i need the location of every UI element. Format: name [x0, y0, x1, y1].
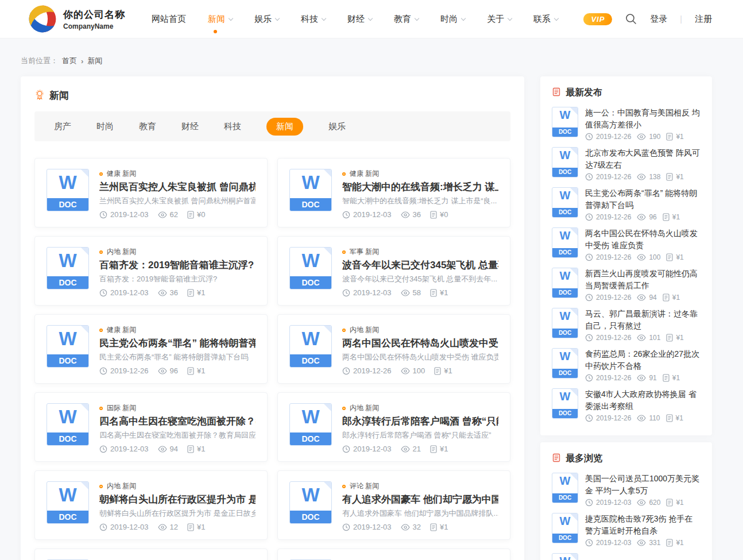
doc-letter: W	[552, 474, 578, 488]
news-card[interactable]: WDOC内地 新闻朝鲜将白头山所在行政区提升为市 是金...朝鲜将白头山所在行政…	[34, 470, 268, 540]
nav-item-6[interactable]: 时尚	[440, 14, 465, 25]
price: ¥1	[676, 499, 683, 507]
vip-badge[interactable]: VIP	[583, 13, 612, 25]
news-card[interactable]: WDOC军事 新闻	[277, 549, 510, 560]
category-tag[interactable]: 健康 新闻	[342, 169, 498, 179]
category-dot-icon	[342, 329, 346, 332]
nav-item-7[interactable]: 关于	[487, 14, 512, 25]
sidebar-news-item[interactable]: WDOC北京市发布大风蓝色预警 阵风可达7级左右2019-12-26138¥1	[552, 147, 701, 182]
news-title[interactable]: 民主党公布两条“罪名” 能将特朗普弹...	[99, 337, 256, 349]
doc-letter: W	[552, 229, 578, 242]
sheet-icon	[430, 211, 437, 219]
sidebar-news-title[interactable]: 施一公：中国教育与美国相反 均值很高方差很小	[585, 107, 701, 131]
news-card[interactable]: WDOC健康 新闻	[34, 549, 268, 560]
filter-tab-5[interactable]: 新闻	[266, 118, 303, 136]
news-title[interactable]: 兰州民百实控人朱宝良被抓 曾问鼎杭州...	[99, 181, 256, 193]
news-card[interactable]: WDOC军事 新闻波音今年以来已交付345架飞机 总量不...波音今年以来已交付…	[277, 236, 510, 306]
sidebar-news-item[interactable]: WDOC安徽4市人大政府政协将换届 省委派出考察组2019-12-26110¥1	[552, 388, 701, 423]
filter-tab-3[interactable]: 财经	[181, 121, 199, 132]
register-link[interactable]: 注册	[695, 14, 712, 25]
sidebar-news-title[interactable]: 民主党公布两条“罪名” 能将特朗普弹劾下台吗	[585, 187, 701, 211]
news-card[interactable]: WDOC健康 新闻民主党公布两条“罪名” 能将特朗普弹...民主党公布两条“罪名…	[34, 314, 268, 384]
filter-tab-2[interactable]: 教育	[139, 121, 156, 132]
news-card[interactable]: WDOC评论 新闻有人追求外国豪车 他们却宁愿为中国品...有人追求外国豪车 他…	[277, 470, 510, 540]
sidebar-news-title[interactable]: 新西兰火山再度喷发可能性仍高 当局暂缓善后工作	[585, 268, 701, 292]
sidebar-news-title[interactable]: 捷克医院枪击致7死3伤 抢手在警方逼近时开枪自杀	[585, 513, 701, 537]
news-title[interactable]: 郎永淳转行后常陪客户喝酒 曾称“只能...	[342, 415, 498, 427]
sidebar-news-item[interactable]: WDOC施一公：中国教育与美国相反 均值很高方差很小2019-12-26190¥…	[552, 107, 701, 142]
clock-icon	[585, 133, 593, 141]
sidebar-news-item[interactable]: WDOC两名中国公民在怀特岛火山喷发中受伤 谁应负责2019-12-26100¥…	[552, 227, 701, 262]
news-card[interactable]: WDOC健康 新闻兰州民百实控人朱宝良被抓 曾问鼎杭州...兰州民百实控人朱宝良…	[34, 158, 268, 227]
eye-icon	[637, 334, 646, 341]
filter-tab-0[interactable]: 房产	[54, 121, 71, 132]
filter-tab-1[interactable]: 时尚	[96, 121, 114, 132]
nav-item-1[interactable]: 新闻	[208, 14, 233, 25]
news-card[interactable]: WDOC内地 新闻郎永淳转行后常陪客户喝酒 曾称“只能...郎永淳转行后常陪客户…	[277, 392, 510, 462]
nav-item-0[interactable]: 网站首页	[152, 14, 186, 25]
category-tag[interactable]: 内地 新闻	[99, 247, 256, 257]
news-title[interactable]: 四名高中生因在寝室吃泡面被开除？教...	[99, 415, 256, 427]
search-icon[interactable]	[625, 13, 637, 25]
sidebar-news-item[interactable]: WDOC马云、郭广昌最新演讲：过冬靠自己，只有熬过2019-12-26101¥1	[552, 308, 701, 343]
nav-item-5[interactable]: 教育	[394, 14, 419, 25]
sidebar-news-title[interactable]: 食药监总局：26家企业的27批次中药饮片不合格	[585, 348, 701, 372]
breadcrumb-current: 新闻	[87, 56, 102, 66]
sidebar-news-item[interactable]: WDOC新西兰火山再度喷发可能性仍高 当局暂缓善后工作2019-12-2694¥…	[552, 268, 701, 303]
category-tag[interactable]: 内地 新闻	[99, 481, 256, 491]
price: ¥1	[440, 445, 448, 453]
doc-file-icon: WDOC	[289, 247, 332, 289]
news-title[interactable]: 百箱齐发：2019智能音箱谁主沉浮?	[99, 259, 256, 271]
nav-item-2[interactable]: 娱乐	[254, 14, 279, 25]
nav-item-3[interactable]: 科技	[301, 14, 326, 25]
news-title[interactable]: 朝鲜将白头山所在行政区提升为市 是金...	[99, 493, 256, 505]
news-title[interactable]: 智能大潮中的在线音频:增长乏力 谋上市...	[342, 181, 498, 193]
news-title[interactable]: 波音今年以来已交付345架飞机 总量不...	[342, 259, 498, 271]
nav-item-label: 关于	[487, 14, 504, 25]
category-tag[interactable]: 健康 新闻	[99, 325, 256, 335]
login-link[interactable]: 登录	[650, 14, 667, 25]
sidebar-news-title[interactable]: 美国一公司送员工1000万美元奖金 平均一人拿5万	[585, 473, 701, 497]
filter-tab-4[interactable]: 科技	[224, 121, 241, 132]
publish-date: 2019-12-03	[353, 523, 392, 531]
sidebar-news-title[interactable]: 两名中国公民在怀特岛火山喷发中受伤 谁应负责	[585, 227, 701, 252]
sidebar-section-0: 最新发布WDOC施一公：中国教育与美国相反 均值很高方差很小2019-12-26…	[540, 76, 712, 435]
category-tag[interactable]: 内地 新闻	[342, 325, 498, 335]
doc-file-icon: WDOC	[552, 348, 578, 379]
doc-file-icon: WDOC	[47, 325, 89, 368]
nav-item-4[interactable]: 财经	[347, 14, 372, 25]
category-tag[interactable]: 评论 新闻	[342, 481, 498, 491]
clock-icon	[585, 293, 593, 302]
publish-date: 2019-12-26	[596, 334, 631, 342]
news-title[interactable]: 有人追求外国豪车 他们却宁愿为中国品...	[342, 493, 498, 505]
sidebar-news-title[interactable]: 安徽4市人大政府政协将换届 省委派出考察组	[585, 388, 701, 412]
sidebar-news-item[interactable]: WDOC食药监总局：26家企业的27批次中药饮片不合格2019-12-2691¥…	[552, 348, 701, 383]
news-card[interactable]: WDOC健康 新闻智能大潮中的在线音频:增长乏力 谋上市...智能大潮中的在线音…	[277, 158, 510, 227]
sheet-icon	[430, 289, 437, 297]
sidebar-news-title[interactable]: 马云、郭广昌最新演讲：过冬靠自己，只有熬过	[585, 308, 701, 332]
eye-icon	[637, 374, 646, 381]
news-title[interactable]: 两名中国公民在怀特岛火山喷发中受伤 ...	[342, 337, 498, 349]
doc-type-label: DOC	[552, 208, 578, 217]
sidebar-news-title[interactable]: 北京市发布大风蓝色预警 阵风可达7级左右	[585, 147, 701, 171]
sidebar-news-item[interactable]: WDOC	[552, 553, 701, 560]
sidebar-news-item[interactable]: WDOC捷克医院枪击致7死3伤 抢手在警方逼近时开枪自杀2019-12-0333…	[552, 513, 701, 548]
sidebar-news-item[interactable]: WDOC美国一公司送员工1000万美元奖金 平均一人拿5万2019-12-036…	[552, 473, 701, 508]
breadcrumb-home[interactable]: 首页	[62, 56, 77, 66]
publish-date: 2019-12-26	[596, 253, 631, 261]
news-card[interactable]: WDOC国际 新闻四名高中生因在寝室吃泡面被开除？教...四名高中生因在寝室吃泡…	[34, 392, 268, 462]
filter-tab-6[interactable]: 娱乐	[328, 121, 346, 132]
sidebar-news-item[interactable]: WDOC民主党公布两条“罪名” 能将特朗普弹劾下台吗2019-12-2696¥1	[552, 187, 701, 222]
category-tag[interactable]: 健康 新闻	[99, 169, 256, 179]
doc-file-icon: WDOC	[47, 403, 89, 446]
category-tag[interactable]: 军事 新闻	[342, 247, 498, 257]
doc-file-icon: WDOC	[289, 481, 332, 524]
doc-letter: W	[290, 484, 331, 506]
view-count: 21	[413, 445, 421, 453]
category-tag[interactable]: 国际 新闻	[99, 403, 256, 413]
nav-item-8[interactable]: 联系	[533, 14, 558, 25]
news-card[interactable]: WDOC内地 新闻两名中国公民在怀特岛火山喷发中受伤 ...两名中国公民在怀特岛…	[277, 314, 510, 384]
news-card[interactable]: WDOC内地 新闻百箱齐发：2019智能音箱谁主沉浮?百箱齐发：2019智能音箱…	[34, 236, 268, 306]
doc-file-icon: WDOC	[289, 325, 332, 368]
category-tag[interactable]: 内地 新闻	[342, 403, 498, 413]
